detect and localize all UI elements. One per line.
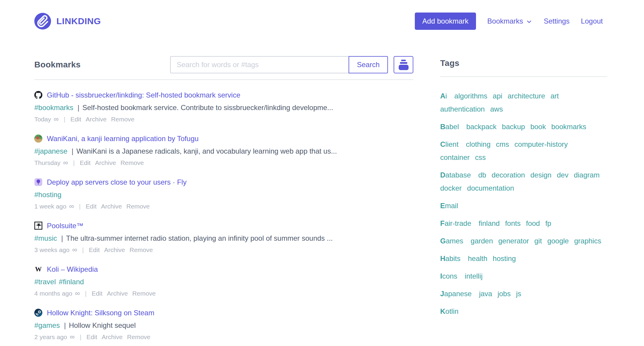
tag-group: Games gardengeneratorgitgooglegraphics (440, 234, 607, 248)
tag-link[interactable]: db (478, 169, 486, 182)
tag-link[interactable]: google (547, 234, 569, 248)
archive-link[interactable]: Archive (95, 159, 116, 166)
tag-link[interactable]: Icons (440, 270, 457, 283)
bookmark-title-link[interactable]: GitHub - sissbruecker/linkding: Self-hos… (47, 90, 240, 100)
edit-link[interactable]: Edit (87, 333, 97, 341)
tag-link[interactable]: design (530, 169, 551, 182)
tag-link[interactable]: diagram (574, 169, 600, 182)
page-title: Bookmarks (34, 60, 81, 69)
bookmark-tag-link[interactable]: #bookmarks (34, 104, 73, 112)
tag-link[interactable]: Email (440, 199, 458, 212)
wayback-link[interactable]: ∞ (75, 289, 80, 297)
tag-link[interactable]: api (493, 89, 502, 103)
tag-link[interactable]: bookmarks (551, 120, 586, 133)
tag-link[interactable]: backpack (466, 120, 496, 133)
bookmark-description: Self-hosted bookmark service. Contribute… (82, 104, 333, 112)
tag-link[interactable]: container (440, 151, 470, 164)
archive-link[interactable]: Archive (86, 116, 107, 123)
bookmark-title-link[interactable]: Hollow Knight: Silksong on Steam (47, 308, 154, 318)
remove-link[interactable]: Remove (111, 116, 134, 123)
tag-link[interactable]: backup (502, 120, 525, 133)
remove-link[interactable]: Remove (130, 246, 153, 254)
tag-link[interactable]: docker (440, 182, 462, 195)
archived-bookmarks-button[interactable] (394, 56, 413, 73)
bookmark-tag-link[interactable]: #music (34, 234, 57, 242)
wayback-link[interactable]: ∞ (63, 159, 68, 167)
bookmark-title-link[interactable]: Poolsuite™ (47, 221, 84, 231)
tag-link[interactable]: intellij (465, 270, 483, 283)
tag-link[interactable]: Ai (440, 89, 447, 103)
tag-link[interactable]: decoration (492, 169, 525, 182)
tag-link[interactable]: documentation (467, 182, 514, 195)
tag-link[interactable]: garden (471, 234, 493, 248)
remove-link[interactable]: Remove (127, 333, 150, 341)
tag-link[interactable]: Fair-trade (440, 217, 471, 230)
nav-logout[interactable]: Logout (581, 17, 603, 25)
archive-link[interactable]: Archive (107, 290, 128, 297)
remove-link[interactable]: Remove (121, 159, 144, 166)
poolsuite-favicon (34, 222, 42, 230)
tag-link[interactable]: fp (545, 217, 551, 230)
tag-link[interactable]: Babel (440, 120, 459, 133)
wayback-link[interactable]: ∞ (69, 202, 74, 210)
tag-link[interactable]: Database (440, 169, 471, 182)
tag-link[interactable]: art (551, 89, 559, 103)
tag-link[interactable]: generator (498, 234, 529, 248)
tag-link[interactable]: food (526, 217, 540, 230)
bookmark-title-link[interactable]: WaniKani, a kanji learning application b… (47, 134, 198, 143)
edit-link[interactable]: Edit (80, 159, 90, 166)
add-bookmark-button[interactable]: Add bookmark (415, 13, 476, 30)
nav-settings[interactable]: Settings (544, 17, 570, 25)
tag-link[interactable]: clothing (466, 138, 491, 151)
bookmark-tag-link[interactable]: #japanese (34, 147, 67, 155)
archive-link[interactable]: Archive (102, 333, 123, 341)
tag-link[interactable]: jobs (497, 287, 511, 300)
tag-link[interactable]: hosting (493, 252, 516, 265)
tag-link[interactable]: fonts (505, 217, 520, 230)
bookmark-tag-link[interactable]: #hosting (34, 191, 61, 199)
tag-link[interactable]: finland (479, 217, 500, 230)
tag-link[interactable]: js (516, 287, 521, 300)
edit-link[interactable]: Edit (86, 203, 96, 210)
bookmark-title-link[interactable]: Deploy app servers close to your users ·… (47, 177, 187, 187)
edit-link[interactable]: Edit (89, 246, 100, 254)
archive-link[interactable]: Archive (101, 203, 122, 210)
tag-link[interactable]: graphics (574, 234, 601, 248)
wayback-link[interactable]: ∞ (54, 115, 58, 123)
search-button[interactable]: Search (349, 56, 388, 73)
tag-link[interactable]: computer-history (514, 138, 568, 151)
tag-link[interactable]: cms (496, 138, 509, 151)
tag-link[interactable]: dev (557, 169, 568, 182)
edit-link[interactable]: Edit (70, 116, 81, 123)
nav-bookmarks-dropdown[interactable]: Bookmarks (487, 17, 532, 25)
wayback-link[interactable]: ∞ (70, 333, 75, 341)
tag-link[interactable]: css (475, 151, 486, 164)
tag-group-initial: I (440, 272, 442, 280)
remove-link[interactable]: Remove (127, 203, 150, 210)
bookmark-title-link[interactable]: Koli – Wikipedia (47, 264, 98, 274)
tag-link[interactable]: architecture (508, 89, 545, 103)
tag-link[interactable]: Habits (440, 252, 460, 265)
bookmark-date: 3 weeks ago (34, 246, 70, 254)
archive-link[interactable]: Archive (104, 246, 125, 254)
brand-link[interactable]: LINKDING (34, 13, 101, 30)
tag-link[interactable]: health (468, 252, 487, 265)
wikipedia-favicon: W (34, 265, 42, 273)
tag-link[interactable]: Client (440, 138, 458, 151)
bookmark-tag-link[interactable]: #travel (34, 278, 56, 286)
tag-link[interactable]: java (479, 287, 492, 300)
tag-link[interactable]: Games (440, 234, 463, 248)
tag-link[interactable]: authentication (440, 103, 485, 116)
edit-link[interactable]: Edit (92, 290, 102, 297)
remove-link[interactable]: Remove (132, 290, 155, 297)
tag-link[interactable]: Kotlin (440, 305, 458, 318)
tag-link[interactable]: algorithms (454, 89, 487, 103)
tag-link[interactable]: git (534, 234, 542, 248)
tag-link[interactable]: book (530, 120, 546, 133)
bookmark-tag-link[interactable]: #finland (59, 278, 84, 286)
bookmark-tag-link[interactable]: #games (34, 321, 60, 329)
wayback-link[interactable]: ∞ (72, 246, 77, 254)
tag-link[interactable]: Japanese (440, 287, 472, 300)
search-input[interactable] (170, 56, 349, 73)
tag-link[interactable]: aws (490, 103, 503, 116)
